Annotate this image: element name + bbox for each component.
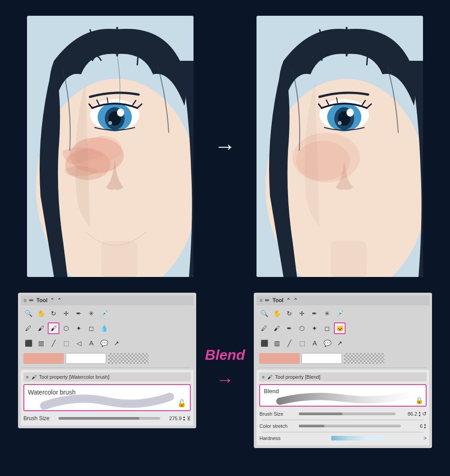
color-stretch-slider[interactable] [299, 425, 401, 427]
rotate-tool[interactable]: ↻ [48, 308, 59, 319]
blend-background-swatch[interactable] [302, 353, 342, 364]
property-menu-icon[interactable]: ≡ [26, 375, 29, 380]
sparkle-tool[interactable]: ✦ [73, 322, 85, 334]
blend-toolbar-row-3: ⬛ ▥ ╱ ⬚ A 💬 ↗ [256, 336, 429, 350]
blend-rotate-tool[interactable]: ↻ [284, 308, 295, 319]
blend-line2-tool[interactable]: ╱ [284, 337, 295, 349]
rect-fill-tool[interactable]: ▥ [35, 337, 47, 349]
blend-panel-title: Tool [272, 297, 283, 304]
blend-pen-tool[interactable]: ✒ [309, 308, 320, 319]
brush-tool[interactable]: 🖌 [35, 322, 47, 334]
lock-icon[interactable]: 🔓 [177, 399, 186, 408]
tab-icon-2[interactable]: ⌃ [57, 297, 62, 304]
brush-preview-inner: Watercolor brush 🔓 [24, 385, 190, 410]
blend-tab-1[interactable]: ⌃ [286, 297, 291, 304]
hardness-label: Hardness [259, 435, 295, 441]
blend-erase2-tool[interactable]: ◻ [321, 322, 333, 334]
after-artwork-panel [256, 16, 423, 277]
blend-property-panel: ≡ 🖌 Tool property [Blend] Blend [256, 370, 429, 445]
blend-section: Blend → [196, 347, 254, 390]
blend-star-tool[interactable]: ✳ [321, 308, 333, 319]
pencil-tab-icon[interactable]: ✏ [29, 297, 34, 304]
blend-foreground-swatch[interactable] [259, 353, 300, 364]
select-poly-tool[interactable]: ◁ [73, 337, 85, 349]
hardness-expand[interactable]: > [423, 435, 427, 441]
blend-select2-tool[interactable]: ⬚ [296, 337, 308, 349]
blend-speech2-tool[interactable]: 💬 [321, 337, 333, 349]
blend-gradient2-tool[interactable]: ⬛ [258, 337, 270, 349]
blend-inkpen-tool[interactable]: ✒ [284, 322, 295, 334]
blend-lock-icon[interactable]: 🔒 [415, 397, 423, 404]
blend-toolbar-row-1: 🔍 ✋ ↻ ✛ ✒ ✳ 💉 [256, 307, 429, 320]
blend-nib-tool[interactable]: 🖊 [258, 322, 270, 334]
blend-hand-tool[interactable]: ✋ [271, 308, 283, 319]
blend-blend-tool[interactable]: 🐱 [334, 322, 346, 334]
brush-size-value: 275.9 [164, 416, 182, 421]
blend-move-tool[interactable]: ✛ [296, 308, 308, 319]
nib-tool[interactable]: 🖊 [22, 322, 34, 334]
main-container: → [0, 0, 450, 476]
blend-brush-size-slider[interactable] [299, 413, 396, 415]
stamp-tool[interactable]: ⬡ [60, 322, 72, 334]
blend-tab-2[interactable]: ⌃ [293, 297, 298, 304]
blend-paint-tool[interactable]: ▥ [271, 337, 283, 349]
blend-fill2-tool[interactable]: ⬡ [296, 322, 308, 334]
blend-pencil-tab[interactable]: ✏ [265, 297, 270, 304]
separator-1 [23, 367, 191, 368]
blend-stroke-svg [260, 390, 426, 406]
color-swatches-row [21, 351, 194, 366]
tab-icon-1[interactable]: ⌃ [50, 297, 54, 304]
move-tool[interactable]: ✛ [60, 308, 72, 319]
property-title: Tool property [Watercolor brush] [39, 374, 109, 380]
blend-tool-panel: ≡ ✏ Tool ⌃ ⌃ 🔍 ✋ ↻ ✛ ✒ ✳ 💉 🖊 🖌 ✒ [254, 293, 432, 448]
brush-size-slider[interactable] [58, 417, 160, 420]
fill-tool[interactable]: 💧 [98, 322, 110, 334]
blend-transparent-swatch[interactable] [344, 353, 384, 364]
zoom-tool[interactable]: 🔍 [22, 308, 34, 319]
lasso-tool[interactable]: ↗ [111, 337, 122, 349]
blend-size-reset[interactable]: ↺ [422, 411, 427, 417]
select-rect-tool[interactable]: ⬚ [60, 337, 72, 349]
blend-brush-size-label: Brush Size [259, 411, 295, 417]
line-tool[interactable]: ╱ [48, 337, 59, 349]
blend-prop-icon: 🖌 [267, 374, 272, 380]
artwork-comparison-section: → [0, 0, 450, 288]
blend-text2-tool[interactable]: A [309, 337, 320, 349]
eyedropper-tool[interactable]: 💉 [98, 308, 110, 319]
blend-arrow2-tool[interactable]: ↗ [334, 337, 346, 349]
watercolor-brush-tool[interactable]: 🖌 [48, 322, 59, 334]
star-tool[interactable]: ✳ [86, 308, 97, 319]
transparent-color-swatch[interactable] [108, 353, 148, 364]
gradient-tool[interactable]: ⬛ [22, 337, 34, 349]
brush-size-label: Brush Size [23, 415, 55, 422]
tool-panels-section: ≡ ✏ Tool ⌃ ⌃ 🔍 ✋ ↻ ✛ ✒ ✳ 💉 🖊 🖌 🖌 [0, 288, 450, 476]
blend-toolbar-row-2: 🖊 🖌 ✒ ⬡ ✦ ◻ 🐱 [256, 322, 429, 335]
text-tool[interactable]: A [86, 337, 97, 349]
hardness-bar [331, 436, 385, 440]
blend-separator [259, 367, 427, 368]
brush-size-stepper[interactable]: ▲▼ [183, 415, 186, 422]
blend-prop-menu[interactable]: ≡ [262, 375, 265, 380]
svg-point-6 [117, 109, 124, 117]
eraser-tool[interactable]: ◻ [86, 322, 97, 334]
speech-tool[interactable]: 💬 [98, 337, 110, 349]
pen-tool[interactable]: ✒ [73, 308, 85, 319]
blend-menu-icon[interactable]: ≡ [259, 297, 262, 304]
blend-sparkle2-tool[interactable]: ✦ [309, 322, 320, 334]
blend-size-stepper[interactable]: ▲▼ [418, 411, 421, 417]
svg-point-19 [338, 121, 342, 125]
color-stretch-label: Color stretch [259, 423, 295, 429]
blend-zoom-tool[interactable]: 🔍 [258, 308, 270, 319]
svg-point-7 [108, 121, 112, 125]
blend-brush2-tool[interactable]: 🖌 [271, 322, 283, 334]
toolbar-row-3: ⬛ ▥ ╱ ⬚ ◁ A 💬 ↗ [21, 336, 194, 350]
blend-eyedropper-tool[interactable]: 💉 [334, 308, 346, 319]
color-stretch-stepper[interactable]: ▲▼ [423, 423, 427, 429]
hand-tool[interactable]: ✋ [35, 308, 47, 319]
brush-size-reset[interactable]: ⊻ [187, 415, 191, 422]
menu-icon[interactable]: ≡ [23, 297, 27, 304]
blend-label: Blend [205, 347, 245, 363]
comparison-arrow: → [212, 136, 238, 157]
background-color-swatch[interactable] [66, 353, 106, 364]
foreground-color-swatch[interactable] [23, 353, 64, 364]
